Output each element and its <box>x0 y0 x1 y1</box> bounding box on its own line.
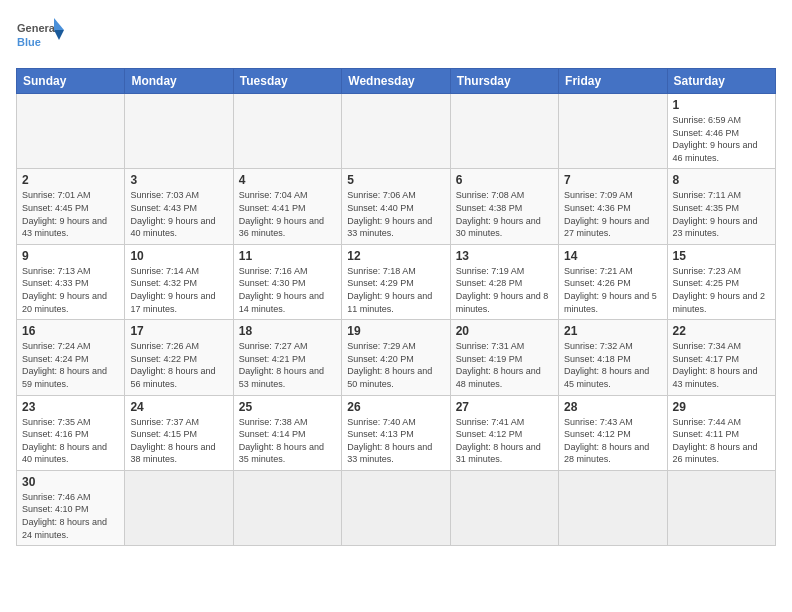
calendar-day-cell: 5Sunrise: 7:06 AM Sunset: 4:40 PM Daylig… <box>342 169 450 244</box>
day-info: Sunrise: 7:08 AM Sunset: 4:38 PM Dayligh… <box>456 189 553 239</box>
calendar-day-cell: 9Sunrise: 7:13 AM Sunset: 4:33 PM Daylig… <box>17 244 125 319</box>
day-number: 22 <box>673 324 770 338</box>
calendar-day-cell: 27Sunrise: 7:41 AM Sunset: 4:12 PM Dayli… <box>450 395 558 470</box>
calendar-day-header: Saturday <box>667 69 775 94</box>
svg-marker-3 <box>54 30 64 40</box>
day-info: Sunrise: 7:06 AM Sunset: 4:40 PM Dayligh… <box>347 189 444 239</box>
day-number: 28 <box>564 400 661 414</box>
calendar-week-row: 30Sunrise: 7:46 AM Sunset: 4:10 PM Dayli… <box>17 470 776 545</box>
day-number: 16 <box>22 324 119 338</box>
day-number: 3 <box>130 173 227 187</box>
day-number: 8 <box>673 173 770 187</box>
calendar-day-cell <box>667 470 775 545</box>
calendar-week-row: 1Sunrise: 6:59 AM Sunset: 4:46 PM Daylig… <box>17 94 776 169</box>
day-number: 20 <box>456 324 553 338</box>
calendar-day-header: Friday <box>559 69 667 94</box>
day-info: Sunrise: 7:26 AM Sunset: 4:22 PM Dayligh… <box>130 340 227 390</box>
day-number: 5 <box>347 173 444 187</box>
day-number: 4 <box>239 173 336 187</box>
calendar-day-cell: 7Sunrise: 7:09 AM Sunset: 4:36 PM Daylig… <box>559 169 667 244</box>
day-number: 1 <box>673 98 770 112</box>
calendar-day-cell <box>342 94 450 169</box>
day-info: Sunrise: 7:31 AM Sunset: 4:19 PM Dayligh… <box>456 340 553 390</box>
day-info: Sunrise: 7:41 AM Sunset: 4:12 PM Dayligh… <box>456 416 553 466</box>
day-number: 13 <box>456 249 553 263</box>
day-number: 30 <box>22 475 119 489</box>
logo-svg: General Blue <box>16 16 66 58</box>
calendar-day-cell: 4Sunrise: 7:04 AM Sunset: 4:41 PM Daylig… <box>233 169 341 244</box>
calendar-day-header: Thursday <box>450 69 558 94</box>
day-number: 25 <box>239 400 336 414</box>
calendar-day-cell: 3Sunrise: 7:03 AM Sunset: 4:43 PM Daylig… <box>125 169 233 244</box>
day-info: Sunrise: 7:09 AM Sunset: 4:36 PM Dayligh… <box>564 189 661 239</box>
day-number: 29 <box>673 400 770 414</box>
day-number: 15 <box>673 249 770 263</box>
calendar-day-cell: 24Sunrise: 7:37 AM Sunset: 4:15 PM Dayli… <box>125 395 233 470</box>
day-info: Sunrise: 7:18 AM Sunset: 4:29 PM Dayligh… <box>347 265 444 315</box>
calendar-header-row: SundayMondayTuesdayWednesdayThursdayFrid… <box>17 69 776 94</box>
calendar-day-cell: 19Sunrise: 7:29 AM Sunset: 4:20 PM Dayli… <box>342 320 450 395</box>
day-number: 24 <box>130 400 227 414</box>
calendar-day-header: Wednesday <box>342 69 450 94</box>
calendar-day-cell: 20Sunrise: 7:31 AM Sunset: 4:19 PM Dayli… <box>450 320 558 395</box>
day-info: Sunrise: 7:03 AM Sunset: 4:43 PM Dayligh… <box>130 189 227 239</box>
day-info: Sunrise: 7:37 AM Sunset: 4:15 PM Dayligh… <box>130 416 227 466</box>
day-info: Sunrise: 7:11 AM Sunset: 4:35 PM Dayligh… <box>673 189 770 239</box>
calendar-day-cell <box>125 94 233 169</box>
day-number: 12 <box>347 249 444 263</box>
calendar-day-cell: 21Sunrise: 7:32 AM Sunset: 4:18 PM Dayli… <box>559 320 667 395</box>
calendar-day-cell: 23Sunrise: 7:35 AM Sunset: 4:16 PM Dayli… <box>17 395 125 470</box>
calendar-day-cell: 8Sunrise: 7:11 AM Sunset: 4:35 PM Daylig… <box>667 169 775 244</box>
day-number: 9 <box>22 249 119 263</box>
calendar-day-cell <box>559 470 667 545</box>
calendar-day-cell <box>125 470 233 545</box>
calendar-day-cell: 10Sunrise: 7:14 AM Sunset: 4:32 PM Dayli… <box>125 244 233 319</box>
calendar-day-cell: 12Sunrise: 7:18 AM Sunset: 4:29 PM Dayli… <box>342 244 450 319</box>
calendar-day-cell: 17Sunrise: 7:26 AM Sunset: 4:22 PM Dayli… <box>125 320 233 395</box>
day-info: Sunrise: 7:46 AM Sunset: 4:10 PM Dayligh… <box>22 491 119 541</box>
calendar-day-cell <box>233 94 341 169</box>
logo: General Blue <box>16 16 66 58</box>
day-info: Sunrise: 7:29 AM Sunset: 4:20 PM Dayligh… <box>347 340 444 390</box>
calendar-day-cell: 30Sunrise: 7:46 AM Sunset: 4:10 PM Dayli… <box>17 470 125 545</box>
day-info: Sunrise: 7:38 AM Sunset: 4:14 PM Dayligh… <box>239 416 336 466</box>
svg-text:Blue: Blue <box>17 36 41 48</box>
day-number: 14 <box>564 249 661 263</box>
day-info: Sunrise: 7:35 AM Sunset: 4:16 PM Dayligh… <box>22 416 119 466</box>
svg-text:General: General <box>17 22 58 34</box>
day-info: Sunrise: 7:34 AM Sunset: 4:17 PM Dayligh… <box>673 340 770 390</box>
calendar-day-cell: 28Sunrise: 7:43 AM Sunset: 4:12 PM Dayli… <box>559 395 667 470</box>
calendar-day-cell <box>450 94 558 169</box>
day-info: Sunrise: 7:24 AM Sunset: 4:24 PM Dayligh… <box>22 340 119 390</box>
day-info: Sunrise: 6:59 AM Sunset: 4:46 PM Dayligh… <box>673 114 770 164</box>
calendar-day-cell: 14Sunrise: 7:21 AM Sunset: 4:26 PM Dayli… <box>559 244 667 319</box>
day-number: 17 <box>130 324 227 338</box>
calendar-day-cell: 16Sunrise: 7:24 AM Sunset: 4:24 PM Dayli… <box>17 320 125 395</box>
day-info: Sunrise: 7:19 AM Sunset: 4:28 PM Dayligh… <box>456 265 553 315</box>
calendar-day-cell: 18Sunrise: 7:27 AM Sunset: 4:21 PM Dayli… <box>233 320 341 395</box>
calendar-day-cell: 11Sunrise: 7:16 AM Sunset: 4:30 PM Dayli… <box>233 244 341 319</box>
day-info: Sunrise: 7:27 AM Sunset: 4:21 PM Dayligh… <box>239 340 336 390</box>
day-info: Sunrise: 7:40 AM Sunset: 4:13 PM Dayligh… <box>347 416 444 466</box>
day-number: 21 <box>564 324 661 338</box>
calendar-day-header: Monday <box>125 69 233 94</box>
day-info: Sunrise: 7:23 AM Sunset: 4:25 PM Dayligh… <box>673 265 770 315</box>
page-header: General Blue <box>16 16 776 58</box>
calendar-day-cell: 2Sunrise: 7:01 AM Sunset: 4:45 PM Daylig… <box>17 169 125 244</box>
day-number: 19 <box>347 324 444 338</box>
day-number: 2 <box>22 173 119 187</box>
day-number: 11 <box>239 249 336 263</box>
calendar-day-cell: 13Sunrise: 7:19 AM Sunset: 4:28 PM Dayli… <box>450 244 558 319</box>
day-info: Sunrise: 7:14 AM Sunset: 4:32 PM Dayligh… <box>130 265 227 315</box>
calendar-day-cell <box>559 94 667 169</box>
day-info: Sunrise: 7:01 AM Sunset: 4:45 PM Dayligh… <box>22 189 119 239</box>
calendar-day-cell: 29Sunrise: 7:44 AM Sunset: 4:11 PM Dayli… <box>667 395 775 470</box>
calendar-day-cell <box>233 470 341 545</box>
calendar-day-cell <box>342 470 450 545</box>
day-info: Sunrise: 7:21 AM Sunset: 4:26 PM Dayligh… <box>564 265 661 315</box>
calendar-day-header: Tuesday <box>233 69 341 94</box>
calendar-day-cell: 1Sunrise: 6:59 AM Sunset: 4:46 PM Daylig… <box>667 94 775 169</box>
calendar-day-header: Sunday <box>17 69 125 94</box>
calendar-day-cell: 6Sunrise: 7:08 AM Sunset: 4:38 PM Daylig… <box>450 169 558 244</box>
day-number: 27 <box>456 400 553 414</box>
